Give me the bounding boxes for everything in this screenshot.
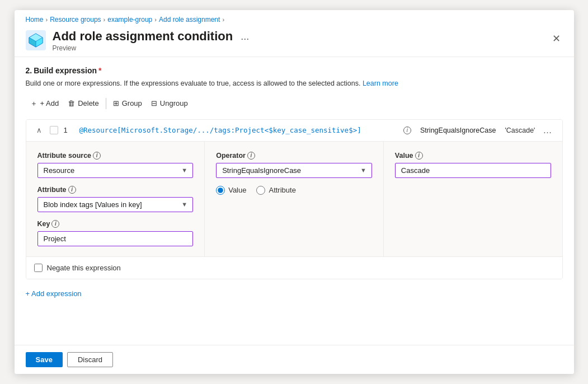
operator-label: Operator i: [216, 152, 372, 160]
ungroup-button[interactable]: ⊟ Ungroup: [147, 96, 192, 110]
attribute-source-wrapper: Resource Request Environment ▼: [37, 163, 194, 178]
group-label: Group: [122, 99, 142, 107]
dialog-header: Add role assignment condition ... Previe…: [15, 27, 574, 57]
expression-checkbox[interactable]: [50, 126, 58, 134]
attribute-source-select[interactable]: Resource Request Environment: [37, 163, 194, 178]
save-button[interactable]: Save: [26, 352, 63, 367]
group-button[interactable]: ⊞ Group: [109, 96, 147, 110]
attribute-wrapper: Blob index tags [Values in key] Containe…: [37, 197, 194, 212]
key-info: i: [51, 220, 59, 228]
attribute-radio[interactable]: [256, 186, 265, 195]
operator-wrapper: StringEqualsIgnoreCase StringEquals Stri…: [216, 163, 372, 178]
group-icon: ⊞: [113, 99, 119, 107]
attribute-source-label: Attribute source i: [37, 152, 194, 160]
expression-number: 1: [64, 126, 74, 134]
resource-icon: [26, 30, 46, 50]
delete-button[interactable]: 🗑 Delete: [63, 96, 104, 110]
value-radio-option[interactable]: Value: [216, 186, 246, 195]
attribute-radio-option[interactable]: Attribute: [256, 186, 295, 195]
close-button[interactable]: ✕: [550, 30, 563, 47]
ungroup-icon: ⊟: [151, 99, 157, 107]
right-column: Value i Cascade: [384, 142, 562, 256]
expression-header: ∧ 1 @Resource[Microsoft.Storage/.../tags…: [26, 120, 562, 142]
expression-body: Attribute source i Resource Request Envi…: [26, 142, 562, 256]
add-label: + Add: [40, 99, 59, 107]
operator-select[interactable]: StringEqualsIgnoreCase StringEquals Stri…: [216, 163, 372, 178]
breadcrumb-sep-3: ›: [154, 16, 157, 23]
expression-code: @Resource[Microsoft.Storage/.../tags:Pro…: [79, 126, 396, 134]
expression-value-label: 'Cascade': [505, 127, 535, 134]
attribute-select[interactable]: Blob index tags [Values in key] Containe…: [37, 197, 194, 212]
toolbar: ＋ + Add 🗑 Delete ⊞ Group ⊟ Ungroup: [26, 96, 563, 111]
ungroup-label: Ungroup: [160, 99, 188, 107]
delete-label: Delete: [78, 99, 99, 107]
expression-operator-label: StringEqualsIgnoreCase: [420, 127, 496, 134]
title-more-button[interactable]: ...: [238, 31, 251, 43]
key-label: Key i: [37, 220, 194, 228]
key-input[interactable]: Project: [37, 231, 194, 246]
operator-info: i: [247, 152, 255, 160]
section-description: Build one or more expressions. If the ex…: [26, 78, 563, 89]
breadcrumb-add-role[interactable]: Add role assignment: [159, 16, 220, 24]
dialog-footer: Save Discard: [15, 345, 574, 374]
section-name: Build expression: [34, 66, 97, 75]
attribute-label: Attribute i: [37, 186, 194, 194]
collapse-button[interactable]: ∧: [34, 125, 44, 135]
breadcrumb-sep-4: ›: [222, 16, 224, 23]
preview-label: Preview: [53, 44, 550, 52]
value-field-info: i: [415, 152, 423, 160]
breadcrumb-example-group[interactable]: example-group: [107, 16, 152, 24]
delete-icon: 🗑: [68, 99, 75, 107]
attribute-source-info: i: [93, 152, 101, 160]
required-star: *: [98, 66, 101, 75]
header-title-row: Add role assignment condition ...: [53, 29, 550, 44]
discard-button[interactable]: Discard: [67, 352, 113, 367]
expression-more-button[interactable]: …: [541, 124, 554, 137]
value-attribute-radio-group: Value Attribute: [216, 186, 372, 195]
negate-checkbox[interactable]: [34, 264, 43, 272]
expression-footer: Negate this expression: [26, 256, 562, 279]
value-radio-label: Value: [228, 186, 246, 194]
value-radio[interactable]: [216, 186, 225, 195]
expression-info-icon: i: [403, 127, 411, 134]
left-column: Attribute source i Resource Request Envi…: [26, 142, 205, 256]
middle-column: Operator i StringEqualsIgnoreCase String…: [205, 142, 384, 256]
add-expression-label: + Add expression: [26, 289, 82, 298]
dialog: Home › Resource groups › example-group ›…: [15, 10, 574, 374]
breadcrumb-resource-groups[interactable]: Resource groups: [50, 16, 101, 24]
header-title-block: Add role assignment condition ... Previe…: [53, 29, 550, 52]
learn-more-link[interactable]: Learn more: [363, 79, 398, 87]
value-input[interactable]: Cascade: [395, 163, 551, 178]
attribute-radio-label: Attribute: [269, 186, 295, 194]
value-field-label: Value i: [395, 152, 551, 160]
main-content: 2. Build expression * Build one or more …: [15, 57, 574, 345]
attribute-info: i: [68, 186, 76, 194]
section-number: 2.: [26, 66, 32, 75]
dialog-title: Add role assignment condition: [53, 29, 233, 44]
add-button[interactable]: ＋ + Add: [26, 96, 64, 111]
add-expression-button[interactable]: + Add expression: [26, 287, 563, 300]
expression-card: ∧ 1 @Resource[Microsoft.Storage/.../tags…: [26, 119, 563, 279]
add-icon: ＋: [30, 99, 37, 109]
value-input-wrapper: Cascade: [395, 163, 551, 178]
section-title: 2. Build expression *: [26, 66, 563, 75]
breadcrumb-sep-2: ›: [104, 16, 106, 23]
breadcrumb-home[interactable]: Home: [26, 16, 44, 24]
toolbar-separator: [106, 98, 106, 109]
breadcrumb: Home › Resource groups › example-group ›…: [15, 10, 574, 27]
negate-label: Negate this expression: [47, 264, 121, 272]
breadcrumb-sep-1: ›: [46, 16, 48, 23]
